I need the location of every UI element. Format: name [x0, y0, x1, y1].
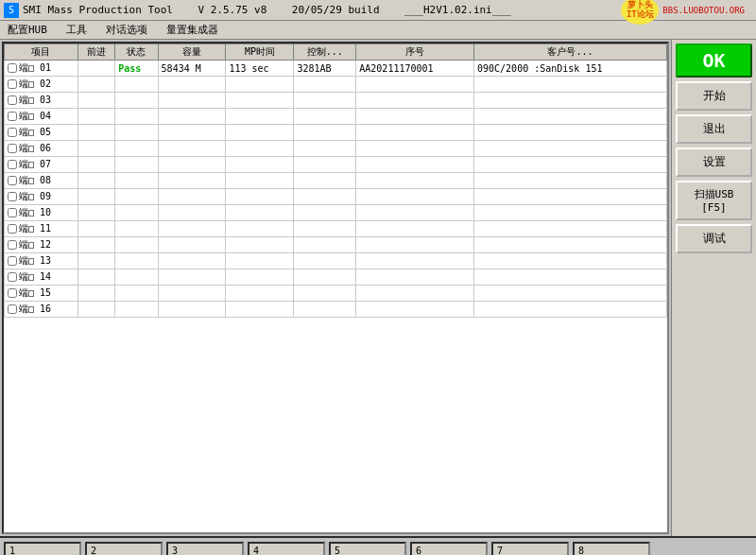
main-container: 项目 前进 状态 容量 MP时间 控制... 序号 客户号... 端□ 01Pa…	[0, 40, 756, 536]
app-version: V 2.5.75 v8	[198, 4, 266, 16]
slot-area: 165536 M (3)2345678 910111213141516	[0, 536, 756, 555]
table-cell	[474, 253, 667, 269]
scan-usb-button[interactable]: 扫描USB[F5]	[676, 181, 752, 220]
slot-cell-7[interactable]: 7	[491, 542, 569, 555]
table-cell	[294, 286, 356, 302]
row-checkbox[interactable]	[8, 208, 17, 217]
row-checkbox[interactable]	[8, 240, 17, 250]
row-checkbox[interactable]	[8, 288, 17, 298]
table-cell: Pass	[115, 61, 158, 77]
table-cell: 端□ 12	[5, 237, 78, 253]
table-cell	[226, 253, 294, 269]
table-cell: 端□ 07	[5, 157, 78, 173]
slot-cell-1[interactable]: 165536 M (3)	[4, 542, 81, 555]
row-checkbox[interactable]	[8, 160, 17, 169]
row-checkbox[interactable]	[8, 256, 17, 266]
table-cell	[158, 269, 226, 286]
row-checkbox[interactable]	[8, 112, 17, 121]
table-row: 端□ 04	[5, 109, 667, 125]
row-checkbox[interactable]	[8, 176, 17, 185]
table-cell	[158, 286, 226, 302]
settings-button[interactable]: 设置	[676, 147, 752, 177]
slot-number: 3	[172, 546, 178, 555]
app-icon: S	[4, 3, 19, 18]
row-checkbox[interactable]	[8, 95, 17, 105]
table-cell	[115, 125, 158, 141]
table-cell	[77, 157, 114, 173]
row-label: 端□ 12	[19, 238, 51, 251]
row-checkbox[interactable]	[8, 272, 17, 282]
table-row: 端□ 07	[5, 157, 667, 173]
table-cell	[226, 93, 294, 109]
menu-item-量置集成器[interactable]: 量置集成器	[163, 23, 222, 37]
table-cell: 端□ 14	[5, 269, 78, 286]
menu-item-对话选项[interactable]: 对话选项	[102, 23, 151, 37]
table-row: 端□ 02	[5, 77, 667, 93]
col-mptime: MP时间	[226, 44, 294, 61]
col-item: 项目	[5, 44, 78, 61]
slot-number: 1	[9, 546, 15, 555]
table-cell: 端□ 13	[5, 253, 78, 269]
table-cell	[474, 77, 667, 93]
table-cell	[474, 302, 667, 318]
table-cell	[226, 221, 294, 237]
table-cell	[77, 302, 114, 318]
start-button[interactable]: 开始	[676, 81, 752, 111]
row-checkbox[interactable]	[8, 304, 17, 314]
row-label: 端□ 08	[19, 174, 51, 187]
table-header-row: 项目 前进 状态 容量 MP时间 控制... 序号 客户号...	[5, 44, 667, 61]
menu-item-配置HUB[interactable]: 配置HUB	[4, 23, 51, 37]
table-cell	[115, 286, 158, 302]
table-cell	[294, 221, 356, 237]
exit-button[interactable]: 退出	[676, 114, 752, 144]
table-cell: 端□ 05	[5, 125, 78, 141]
row-checkbox[interactable]	[8, 192, 17, 201]
table-cell: 端□ 06	[5, 141, 78, 157]
slot-cell-6[interactable]: 6	[410, 542, 488, 555]
table-cell	[356, 157, 474, 173]
table-cell: AA20211170001	[356, 61, 474, 77]
row-label: 端□ 03	[19, 94, 51, 107]
table-cell	[158, 221, 226, 237]
ok-badge: OK	[676, 43, 752, 78]
table-cell	[226, 189, 294, 205]
col-ctrl: 控制...	[294, 44, 356, 61]
slot-cell-3[interactable]: 3	[166, 542, 244, 555]
row-checkbox[interactable]	[8, 128, 17, 137]
table-cell	[77, 253, 114, 269]
table-cell	[158, 205, 226, 221]
table-cell	[115, 205, 158, 221]
slot-cell-5[interactable]: 5	[329, 542, 406, 555]
table-cell: 端□ 02	[5, 77, 78, 93]
table-cell	[294, 157, 356, 173]
table-cell	[77, 221, 114, 237]
row-label: 端□ 10	[19, 206, 51, 219]
row-label: 端□ 02	[19, 78, 51, 91]
col-serial: 序号	[356, 44, 474, 61]
menu-item-工具[interactable]: 工具	[62, 23, 91, 37]
row-checkbox[interactable]	[8, 79, 17, 89]
table-row: 端□ 15	[5, 286, 667, 302]
table-cell	[226, 125, 294, 141]
table-row: 端□ 09	[5, 189, 667, 205]
table-cell	[226, 205, 294, 221]
table-cell	[356, 109, 474, 125]
table-cell	[294, 141, 356, 157]
row-checkbox[interactable]	[8, 144, 17, 153]
col-progress: 前进	[77, 44, 114, 61]
table-area[interactable]: 项目 前进 状态 容量 MP时间 控制... 序号 客户号... 端□ 01Pa…	[2, 42, 669, 534]
slot-cell-4[interactable]: 4	[248, 542, 325, 555]
table-cell	[226, 157, 294, 173]
table-row: 端□ 01Pass58434 M113 sec3281ABAA202111700…	[5, 61, 667, 77]
table-cell	[226, 141, 294, 157]
slot-cell-2[interactable]: 2	[85, 542, 163, 555]
table-cell	[474, 237, 667, 253]
table-cell	[77, 173, 114, 189]
row-checkbox[interactable]	[8, 63, 17, 73]
table-cell	[115, 302, 158, 318]
slot-cell-8[interactable]: 8	[573, 542, 650, 555]
table-cell	[158, 77, 226, 93]
debug-button[interactable]: 调试	[676, 224, 752, 253]
row-checkbox[interactable]	[8, 224, 17, 234]
table-cell: 端□ 09	[5, 189, 78, 205]
